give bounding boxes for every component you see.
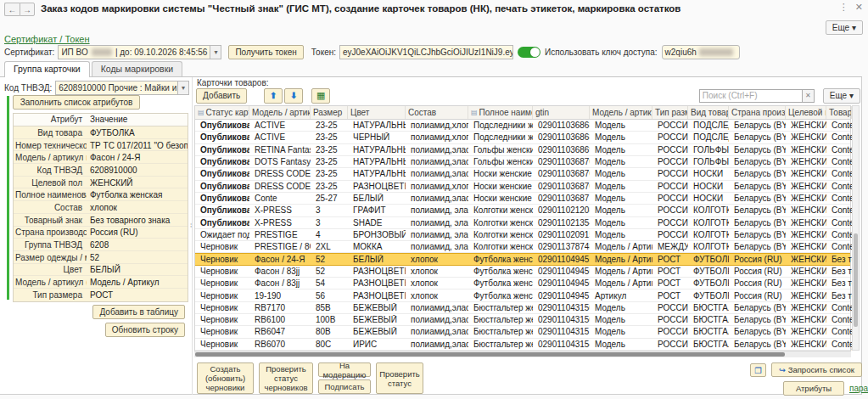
more-button-cards[interactable]: Еще ▾	[823, 88, 860, 104]
certificate-token-link[interactable]: Сертификат / Токен	[4, 34, 90, 44]
table-row[interactable]: Ожидает подписанияPRESTIGE4БРОНЗОВЫЙполи…	[195, 229, 850, 241]
to-moderation-button[interactable]: На модерацию	[318, 362, 371, 377]
column-header[interactable]: Цвет	[348, 106, 406, 119]
attributes-button[interactable]: Атрибуты	[783, 381, 844, 396]
cell: РОСТ	[652, 291, 688, 301]
close-icon[interactable]: ✕	[855, 2, 863, 13]
tab-marking-codes[interactable]: Коды маркировки	[92, 61, 182, 76]
attr-header-value[interactable]: Значение	[87, 114, 188, 126]
table-row[interactable]: ОпубликованаConte25-27БЕЛЫЙполиамид,элас…	[195, 193, 850, 205]
column-header[interactable]: Вид товара	[688, 106, 729, 119]
table-row[interactable]: ОпубликованаX-PRESS3ГРАФИТполиамид, элас…	[195, 205, 850, 216]
table-row[interactable]: ЧерновикФасон / 83jj54РАЗНОЦВЕТНЫЙхлопок…	[195, 278, 850, 289]
table-row[interactable]: ОпубликованаACTIVE23-25НАТУРАЛЬНЫЙполиам…	[195, 120, 850, 132]
attribute-row[interactable]: Модель / артикул (... Модель / Артикул	[14, 276, 188, 289]
column-header[interactable]: gtin	[533, 106, 590, 119]
table-row[interactable]: ОпубликованаDOTS Fantasy23-25НАТУРАЛЬНЫЙ…	[195, 156, 850, 168]
menu-dots-icon[interactable]: ⋮	[839, 2, 848, 13]
attribute-row[interactable]: Состав хлопок	[14, 201, 188, 214]
table-row[interactable]: ОпубликованаDRESS CODE23-25РАЗНОЦВЕТНЫЙп…	[195, 181, 850, 193]
token-field[interactable]: eyJ0eXAiOiJKV1QiLCJhbGciOiJIUzI1NiJ9.eyJ…	[339, 45, 513, 59]
attribute-value: Модель / Артикул	[87, 277, 188, 287]
forward-button[interactable]: →	[20, 3, 35, 16]
parameters-link[interactable]: параметры	[849, 384, 868, 393]
export-table-button[interactable]: ▦	[311, 88, 330, 104]
table-row[interactable]: ЧерновикRB717085BБЕЖЕВЫЙполиамид,эластан…	[195, 302, 850, 314]
splitter-handle[interactable]: ⁞	[190, 222, 192, 229]
horizontal-scroll-thumb[interactable]	[195, 352, 785, 357]
cell: ЖЕНСКИЙ	[786, 132, 826, 142]
cell: Модель / Артикул	[590, 278, 652, 288]
column-header[interactable]: Размер	[311, 106, 348, 119]
attribute-row[interactable]: Вид товара ФУТБОЛКА	[14, 126, 188, 139]
get-token-button[interactable]: Получить токен	[228, 45, 303, 59]
table-row[interactable]: ОпубликованаX-PRESS3SHADEполиамид, эласт…	[195, 217, 850, 229]
panel-splitter[interactable]	[192, 77, 193, 395]
add-card-button[interactable]: Добавить	[196, 88, 247, 104]
status-cell: Опубликована	[195, 182, 249, 191]
attribute-row[interactable]: Группа ТНВЭД 6208	[14, 239, 188, 251]
search-input[interactable]	[699, 89, 803, 103]
column-header[interactable]: Товарны*	[826, 106, 852, 119]
column-header[interactable]: Модель / артикул (...	[590, 106, 652, 119]
column-header[interactable]: Тип разме...	[652, 106, 688, 119]
copy-button[interactable]: ❐	[750, 363, 766, 377]
column-header[interactable]: Модель / артикул	[249, 106, 311, 119]
table-row[interactable]: ОпубликованаDRESS CODE23-25НАТУРАЛЬНЫЙпо…	[195, 168, 850, 180]
back-button[interactable]: ←	[4, 3, 20, 16]
fill-attributes-button[interactable]: Заполнить список атрибутов	[13, 95, 140, 110]
certificate-field[interactable]: ИП ВО | до: 09.10.2026 8:45:56	[58, 45, 210, 59]
table-row[interactable]: ЧерновикRB6100100BБЕЖЕВЫЙполиамид,эласта…	[195, 314, 850, 326]
attribute-row[interactable]: Товарный знак Без товарного знака	[14, 214, 188, 227]
attr-header-name[interactable]: Атрибут	[14, 114, 87, 126]
back-icon: ←	[8, 5, 17, 14]
update-row-button[interactable]: Обновить строку	[105, 323, 185, 337]
table-row[interactable]: ЧерновикRB604780BБЕЖЕВЫЙполиамид,эластан…	[195, 326, 850, 338]
table-row[interactable]: ОпубликованаACTIVE23-25ЧЕРНЫЙполиамид,хл…	[195, 132, 850, 143]
attribute-row[interactable]: Код ТНВЭД 6208910000	[14, 164, 188, 177]
attribute-row[interactable]: Номер техническог... ТР ТС 017/2011 "О б…	[14, 139, 188, 152]
attribute-row[interactable]: Цвет БЕЛЫЙ	[14, 264, 188, 277]
cell: Колготки женские	[468, 218, 533, 228]
move-up-button[interactable]: ⬆	[264, 88, 283, 104]
vertical-scrollbar[interactable]	[852, 105, 860, 351]
column-header[interactable]: ▤Статус карточки	[195, 106, 249, 119]
more-button-top[interactable]: Еще ▾	[826, 20, 863, 35]
column-header[interactable]: Целевой пол	[786, 106, 826, 119]
cell: Модель	[590, 340, 652, 349]
column-header[interactable]: Страна произв...	[729, 106, 786, 119]
sign-button[interactable]: Подписать	[318, 379, 371, 394]
attribute-row[interactable]: Размер одежды / м... 52	[14, 251, 188, 264]
add-to-table-button[interactable]: Добавить в таблицу	[92, 305, 185, 319]
cell: РОССИЯ	[652, 230, 688, 239]
attribute-row[interactable]: Тип размера РОСТ	[14, 289, 188, 301]
horizontal-scrollbar[interactable]	[194, 351, 851, 357]
use-access-key-toggle[interactable]	[518, 47, 540, 58]
access-key-field[interactable]: w2qiu6h	[662, 45, 740, 59]
check-drafts-status-button[interactable]: Проверить статус черновиков	[259, 362, 313, 394]
column-header[interactable]: ▤Полное наименов...	[468, 106, 533, 119]
grid-icon: ▤	[471, 109, 478, 116]
tnved-dropdown-button[interactable]: ▾	[178, 81, 189, 95]
attribute-row[interactable]: Полное наименова... Футболка женская	[14, 188, 188, 201]
table-row[interactable]: ЧерновикФасон / 83jj52РАЗНОЦВЕТНЫЙхлопок…	[195, 266, 850, 278]
table-row[interactable]: ЧерновикФасон / 24-Я52БЕЛЫЙхлопокФутболк…	[195, 253, 850, 265]
attribute-row[interactable]: Страна производства Россия (RU)	[14, 227, 188, 239]
certificate-dropdown-button[interactable]: ▾	[210, 45, 221, 59]
table-row[interactable]: ОпубликованаRETINA Fantasy23-25НАТУРАЛЬН…	[195, 144, 850, 156]
check-status-button[interactable]: Проверить статус	[376, 362, 423, 394]
tnved-field[interactable]: 6208910000 Прочие : Майки и нательные фу…	[55, 81, 178, 95]
tab-card-group[interactable]: Группа карточки	[4, 61, 90, 77]
attribute-row[interactable]: Модель / артикул п... Фасон / 24-Я	[14, 151, 188, 164]
cell: Conte	[826, 340, 852, 349]
table-row[interactable]: ЧерновикRB607080CИРИСполиамид,эластанБюс…	[195, 339, 850, 351]
column-header[interactable]: Состав	[406, 106, 468, 119]
table-row[interactable]: Черновик19-19056РАЗНОЦВЕТНЫЙхлопокФутбол…	[195, 289, 850, 301]
vertical-scroll-thumb[interactable]	[854, 233, 858, 327]
search-clear-button[interactable]: ✕	[803, 89, 815, 103]
move-down-button[interactable]: ⬇	[284, 88, 303, 104]
table-row[interactable]: ЧерновикPRESTIGE / 8C-4...2XLМОККАполиам…	[195, 241, 850, 253]
create-drafts-button[interactable]: Создать (обновить) черновики	[197, 362, 254, 394]
attribute-row[interactable]: Целевой пол ЖЕНСКИЙ	[14, 177, 188, 189]
request-list-button[interactable]: ↪ Запросить список	[771, 362, 862, 377]
